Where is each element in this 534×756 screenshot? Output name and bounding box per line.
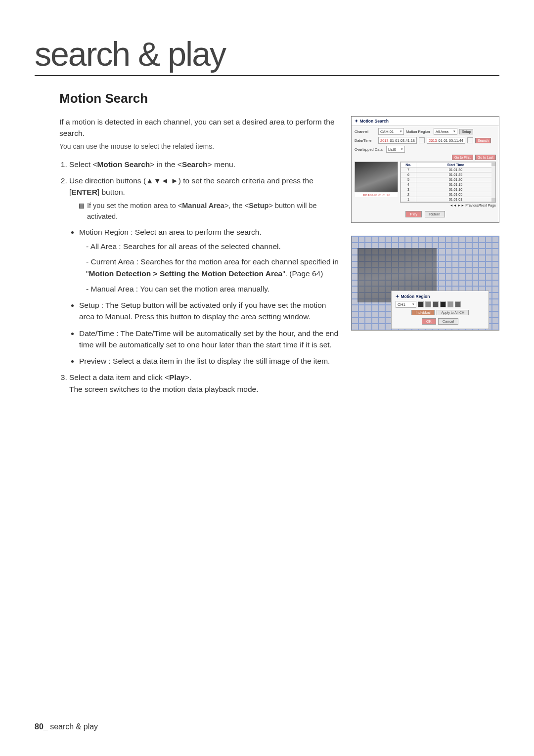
overlapped-data-label: Overlapped Data [355,147,384,152]
table-row[interactable]: 301:01:10 [401,187,495,192]
color-swatch[interactable] [455,301,461,307]
bullet-preview: Preview : Select a data item in the list… [79,355,341,367]
cancel-button[interactable]: Cancel [438,318,458,325]
bullet-motion-region: Motion Region : Select an area to perfor… [79,226,341,294]
page-number: 80_ [35,722,48,731]
results-table-container: No. Start Time 701:01:30 601:01:25 501:0… [400,162,496,203]
motion-region-label: Motion Region [406,129,432,134]
dash-manual-area: Manual Area : You can set the motion are… [86,283,341,294]
dialog-title: ✦ Motion Search [352,117,499,126]
bullet-datetime: Date/Time : The Date/Time will be automa… [79,328,341,351]
channel-label: Channel [355,129,376,134]
color-swatch[interactable] [418,301,424,307]
chevron-down-icon: ▾ [412,302,414,306]
dash-current-area: Current Area : Searches for the motion a… [86,256,341,279]
intro-sub-text: You can use the mouse to select the rela… [59,141,341,152]
step-2-note: If you set the motion area to <Manual Ar… [79,201,341,222]
intro-text: If a motion is detected in each channel,… [59,116,341,139]
scroll-down-icon[interactable] [491,198,495,202]
chevron-down-icon: ▾ [401,147,403,151]
main-text-column: If a motion is detected in each channel,… [59,116,341,400]
chevron-down-icon: ▾ [453,129,455,133]
table-row[interactable]: 101:01:01 [401,197,495,202]
motion-region-dialog: ✦ Motion Region CH1▾ Individual Apply to… [391,291,489,329]
search-button[interactable]: Search [475,138,491,143]
color-swatch[interactable] [447,301,453,307]
figure-motion-search-dialog: ✦ Motion Search Channel CAM 01▾ Motion R… [351,116,499,223]
bullet-setup: Setup : The Setup button will be activat… [79,299,341,323]
goto-first-button[interactable]: Go to First [452,155,473,160]
col-no: No. [401,163,416,168]
page-footer: 80_ search & play [35,722,98,731]
results-table: No. Start Time 701:01:30 601:01:25 501:0… [400,162,495,202]
start-datetime-field[interactable]: 2013-01-01 03:41:18 [378,137,417,144]
prev-next-hint: ◄◄ ►► Previous/Next Page [355,204,496,207]
color-swatch[interactable] [433,301,439,307]
individual-button[interactable]: Individual [411,310,435,315]
color-swatch[interactable] [440,301,446,307]
table-row[interactable]: 401:01:15 [401,182,495,187]
section-title: Motion Search [59,91,499,106]
preview-timestamp: 2013/01/01 01:01:30 [355,193,398,197]
channel-select[interactable]: CH1▾ [396,301,416,308]
apply-all-button[interactable]: Apply to All CH [437,310,469,315]
chevron-down-icon: ▾ [400,129,402,133]
step-1: Select <Motion Search> in the <Search> m… [69,159,341,170]
step-2: Use direction buttons (▲▼◄ ►) to set the… [69,175,341,367]
table-row[interactable]: 501:01:20 [401,177,495,182]
motion-region-title: Motion Region [400,294,430,299]
scroll-up-icon[interactable] [491,162,495,166]
setup-button[interactable]: Setup [459,129,473,134]
channel-select[interactable]: CAM 01▾ [378,128,404,135]
figure-motion-region-grid: ✦ Motion Region CH1▾ Individual Apply to… [351,236,499,331]
datetime-label: Date/Time [355,138,376,143]
col-start-time: Start Time [416,163,495,168]
overlapped-data-select[interactable]: List0▾ [386,146,405,153]
end-datetime-field[interactable]: 2013-01-01 05:11:44 [427,137,465,144]
play-button[interactable]: Play [405,211,422,217]
table-row[interactable]: 701:01:30 [401,168,495,172]
dash-all-area: All Area : Searches for all areas of the… [86,241,341,252]
start-spinner[interactable] [419,137,425,143]
motion-region-select[interactable]: All Area▾ [434,128,457,135]
scrollbar[interactable] [491,162,495,202]
return-button[interactable]: Return [425,211,445,217]
table-row[interactable]: 201:01:05 [401,192,495,197]
step-3: Select a data item and click <Play>. The… [69,372,341,395]
color-swatch[interactable] [425,301,431,307]
note-icon [79,204,84,209]
table-row[interactable]: 601:01:25 [401,172,495,177]
end-spinner[interactable] [467,137,473,143]
ok-button[interactable]: OK [422,318,436,325]
goto-last-button[interactable]: Go to Last [475,155,496,160]
preview-thumbnail: 2013/01/01 01:01:30 [355,162,398,192]
chapter-title: search & play [35,35,499,76]
